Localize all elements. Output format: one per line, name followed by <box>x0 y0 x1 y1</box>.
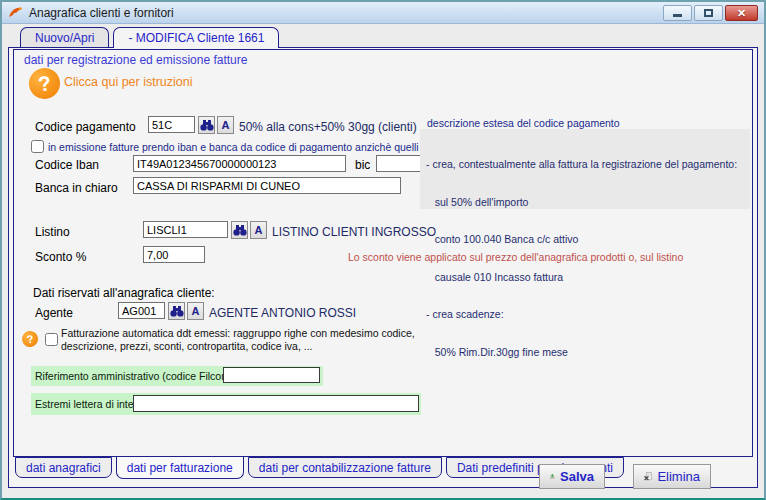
letter-a-icon: A <box>255 224 263 236</box>
agente-uppercase-button[interactable]: A <box>187 302 204 320</box>
descrizione-line: sul 50% dell'importo <box>426 196 744 209</box>
elimina-button[interactable]: Elimina <box>633 464 711 489</box>
top-tab-bar: Nuovo/Apri - MODIFICA Cliente 1661 <box>20 27 279 47</box>
minimize-icon <box>673 14 682 17</box>
salva-label: Salva <box>560 469 594 484</box>
window-title: Anagrafica clienti e fornitori <box>29 6 174 20</box>
agente-label: Agente <box>35 306 73 320</box>
maximize-icon <box>704 9 713 17</box>
fatturazione-auto-checkbox[interactable] <box>45 333 58 346</box>
help-icon[interactable]: ? <box>27 66 62 101</box>
binoculars-icon <box>233 225 247 236</box>
agente-description: AGENTE ANTONIO ROSSI <box>209 306 356 320</box>
bottom-tab-bar: dati anagrafici dati per fatturazione da… <box>15 457 624 479</box>
listino-search-button[interactable] <box>231 221 248 239</box>
close-icon: ✕ <box>737 8 746 19</box>
descrizione-line: 50% Rim.Dir.30gg fine mese <box>426 346 744 359</box>
salva-button[interactable]: Salva <box>539 464 605 489</box>
sconto-input[interactable] <box>143 246 205 263</box>
sconto-label: Sconto % <box>35 250 86 264</box>
listino-description: LISTINO CLIENTI INGROSSO <box>272 225 436 239</box>
bic-label: bic <box>355 158 370 172</box>
section-title: dati per registrazione ed emissione fatt… <box>24 53 247 67</box>
tab-page: dati per registrazione ed emissione fatt… <box>8 47 758 488</box>
lettera-intento-label: Estremi lettera di intento <box>35 398 148 410</box>
delete-icon <box>644 469 652 484</box>
descrizione-line: conto 100.040 Banca c/c attivo <box>426 233 744 246</box>
tab-nuovo-apri[interactable]: Nuovo/Apri <box>20 27 109 47</box>
tab-dati-anagrafici[interactable]: dati anagrafici <box>15 457 112 478</box>
descrizione-estesa-header: descrizione estesa del codice pagamento <box>427 117 620 129</box>
codice-pagamento-search-button[interactable] <box>198 116 215 134</box>
agente-input[interactable] <box>118 302 165 319</box>
codice-pagamento-input[interactable] <box>148 116 195 133</box>
letter-a-icon: A <box>222 119 230 131</box>
listino-input[interactable] <box>143 221 228 238</box>
banca-label: Banca in chiaro <box>35 181 118 195</box>
codice-pagamento-description: 50% alla cons+50% 30gg (clienti) <box>239 120 417 134</box>
app-logo-icon <box>8 6 23 19</box>
dati-riservati-header: Dati riservati all'anagrafica cliente: <box>33 286 215 300</box>
elimina-label: Elimina <box>657 469 700 484</box>
agente-search-button[interactable] <box>168 302 185 320</box>
riferimento-amm-input[interactable] <box>223 367 320 383</box>
codice-iban-label: Codice Iban <box>35 158 99 172</box>
descrizione-estesa-box: - crea, contestualmente alla fattura la … <box>420 129 750 209</box>
window-controls: ✕ <box>663 5 758 21</box>
minimize-button[interactable] <box>663 5 692 21</box>
iban-from-payment-label: in emissione fatture prendo iban e banca… <box>48 141 480 153</box>
codice-iban-input[interactable] <box>133 155 346 172</box>
lettera-intento-input[interactable] <box>133 395 419 412</box>
descrizione-line: - crea scadenze: <box>426 308 744 321</box>
descrizione-line: - crea, contestualmente alla fattura la … <box>426 158 744 171</box>
descrizione-line: causale 010 Incasso fattura <box>426 271 744 284</box>
app-window: Anagrafica clienti e fornitori ✕ Nuovo/A… <box>0 0 766 500</box>
tab-dati-contabilizzazione[interactable]: dati per contabilizzazione fatture <box>248 457 442 478</box>
bottom-strip: dati anagrafici dati per fatturazione da… <box>9 457 757 487</box>
iban-from-payment-checkbox[interactable] <box>31 140 44 153</box>
tab-dati-per-fatturazione[interactable]: dati per fatturazione <box>116 457 244 479</box>
close-button[interactable]: ✕ <box>725 5 758 21</box>
letter-a-icon: A <box>192 305 200 317</box>
binoculars-icon <box>170 306 184 317</box>
save-icon <box>550 469 555 484</box>
codice-pagamento-uppercase-button[interactable]: A <box>217 116 234 134</box>
fatturazione-help-icon[interactable]: ? <box>21 330 39 348</box>
sconto-note: Lo sconto viene applicato sul prezzo del… <box>348 251 683 263</box>
listino-uppercase-button[interactable]: A <box>250 221 267 239</box>
listino-label: Listino <box>35 225 70 239</box>
help-link[interactable]: Clicca qui per istruzioni <box>64 75 193 89</box>
banca-input[interactable] <box>133 177 401 194</box>
tab-modifica-cliente[interactable]: - MODIFICA Cliente 1661 <box>113 27 279 48</box>
form-panel: dati per registrazione ed emissione fatt… <box>13 49 753 457</box>
codice-pagamento-label: Codice pagamento <box>35 120 136 134</box>
binoculars-icon <box>200 120 214 131</box>
fatturazione-auto-label: Fatturazione automatica ddt emessi: ragg… <box>61 327 415 353</box>
maximize-button[interactable] <box>694 5 723 21</box>
title-bar: Anagrafica clienti e fornitori ✕ <box>2 2 764 24</box>
